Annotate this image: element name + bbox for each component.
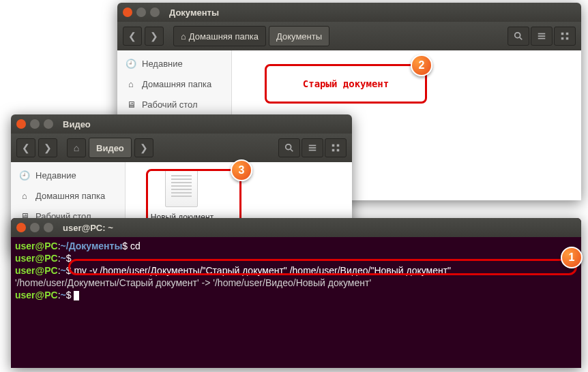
home-path-button[interactable]: ⌂: [67, 138, 86, 157]
minimize-icon[interactable]: [30, 119, 40, 129]
home-icon: ⌂: [181, 31, 186, 42]
back-button[interactable]: ❮: [16, 138, 35, 157]
minimize-icon[interactable]: [136, 7, 146, 17]
sidebar-item-home[interactable]: ⌂ Домашняя папка: [117, 74, 231, 94]
cursor: [74, 291, 79, 300]
close-icon[interactable]: [16, 119, 26, 129]
window-title: Видео: [63, 119, 91, 129]
chevron-right-icon[interactable]: ❯: [134, 138, 153, 157]
toolbar: ❮ ❯ ⌂ Домашняя папка Документы: [117, 22, 581, 50]
svg-rect-13: [309, 150, 317, 151]
svg-rect-6: [566, 33, 569, 35]
forward-button[interactable]: ❯: [38, 138, 57, 157]
breadcrumb-current[interactable]: Документы: [269, 26, 329, 46]
callout-2: 2: [411, 55, 432, 76]
titlebar[interactable]: Видео: [11, 114, 352, 134]
sidebar-item-home[interactable]: ⌂ Домашняя папка: [11, 185, 125, 206]
toolbar: ❮ ❯ ⌂ Видео ❯: [11, 134, 352, 162]
callout-1: 1: [561, 247, 583, 268]
window-title: Документы: [169, 7, 219, 18]
svg-rect-16: [332, 149, 335, 152]
home-icon: ⌂: [19, 190, 30, 201]
sidebar-item-desktop[interactable]: 🖥 Рабочий стол: [117, 94, 231, 114]
terminal-output[interactable]: user@PC:~/Документы$ cd user@PC:~$ user@…: [11, 237, 581, 304]
svg-rect-17: [337, 149, 340, 152]
list-view-button[interactable]: [302, 138, 323, 157]
svg-rect-15: [337, 144, 340, 147]
terminal-window: user@PC: ~ user@PC:~/Документы$ cd user@…: [11, 218, 581, 368]
search-button[interactable]: [278, 138, 300, 157]
maximize-icon[interactable]: [150, 7, 160, 17]
svg-rect-14: [332, 144, 335, 147]
clock-icon: 🕘: [19, 170, 30, 181]
svg-rect-7: [561, 37, 564, 40]
svg-rect-3: [538, 35, 546, 37]
svg-rect-11: [309, 145, 317, 146]
list-view-button[interactable]: [531, 27, 553, 46]
back-button[interactable]: ❮: [123, 27, 142, 46]
svg-point-9: [286, 144, 291, 150]
svg-rect-8: [566, 37, 569, 40]
svg-line-1: [520, 37, 523, 40]
callout-3: 3: [231, 159, 252, 181]
svg-rect-4: [538, 38, 546, 40]
breadcrumb-current[interactable]: Видео: [89, 138, 132, 158]
titlebar[interactable]: user@PC: ~: [11, 218, 581, 237]
clock-icon: 🕘: [126, 58, 136, 69]
grid-view-button[interactable]: [554, 27, 576, 46]
maximize-icon[interactable]: [44, 223, 53, 232]
document-icon: [165, 169, 198, 207]
search-button[interactable]: [508, 27, 529, 46]
titlebar[interactable]: Документы: [117, 3, 581, 22]
desktop-icon: 🖥: [126, 99, 136, 110]
svg-rect-5: [561, 33, 564, 35]
terminal-title: user@PC: ~: [63, 223, 113, 233]
sidebar-item-recent[interactable]: 🕘 Недавние: [117, 53, 231, 74]
sidebar-item-recent[interactable]: 🕘 Недавние: [11, 165, 125, 185]
close-icon[interactable]: [123, 7, 132, 17]
grid-view-button[interactable]: [325, 138, 347, 157]
forward-button[interactable]: ❯: [145, 27, 164, 46]
minimize-icon[interactable]: [30, 223, 40, 232]
file-item[interactable]: [157, 166, 206, 210]
svg-rect-2: [538, 33, 546, 35]
breadcrumb-home[interactable]: ⌂ Домашняя папка: [173, 26, 266, 46]
home-icon: ⌂: [126, 78, 136, 89]
svg-line-10: [291, 149, 293, 152]
maximize-icon[interactable]: [44, 119, 53, 129]
close-icon[interactable]: [16, 223, 26, 232]
svg-point-0: [515, 33, 520, 38]
svg-rect-12: [309, 147, 317, 149]
